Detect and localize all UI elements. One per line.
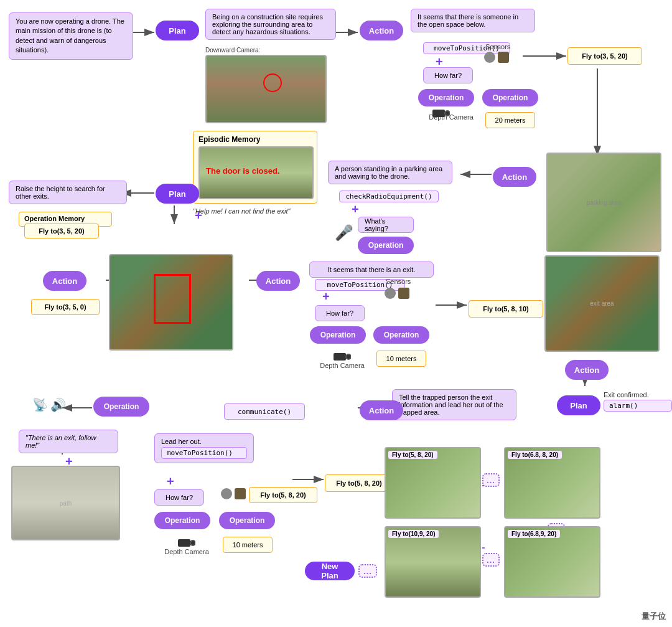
sensor-icon-2 bbox=[498, 52, 509, 63]
operation5-button[interactable]: Operation bbox=[373, 326, 429, 344]
fly1: Fly to(3, 5, 20) bbox=[567, 47, 642, 65]
plus7: + bbox=[167, 474, 174, 489]
aerial-image2 bbox=[109, 254, 233, 351]
communicate-code: communicate() bbox=[224, 403, 305, 420]
watermark: 量子位 bbox=[642, 611, 666, 622]
move-to-position3: moveToPosition() bbox=[161, 447, 247, 459]
fly5-image1: Fly to(5, 8, 20) bbox=[385, 447, 481, 519]
operation-memory-section: Operation Memory Fly to(3, 5, 20) bbox=[19, 212, 112, 227]
fly5-label1: Fly to(5, 8, 20) bbox=[388, 451, 437, 459]
episodic-memory-section: Episodic Memory The door is closed. "Hel… bbox=[193, 131, 317, 215]
intro-text: You are now operating a drone. The main … bbox=[16, 17, 126, 55]
svg-point-26 bbox=[347, 355, 350, 359]
operation1-button[interactable]: Operation bbox=[418, 89, 474, 106]
action4-button[interactable]: Action bbox=[256, 271, 300, 291]
dots2[interactable]: ... bbox=[482, 553, 500, 567]
plan1-button[interactable]: Plan bbox=[156, 21, 199, 40]
sensor-icons1 bbox=[484, 52, 509, 63]
action1-button[interactable]: Action bbox=[360, 21, 403, 40]
whats-saying: What's saying? bbox=[358, 217, 414, 233]
operation7-button[interactable]: Operation bbox=[154, 512, 210, 529]
svg-point-29 bbox=[191, 541, 195, 545]
action2-button[interactable]: Action bbox=[493, 167, 536, 187]
depth-camera3-label: Depth Camera bbox=[159, 548, 215, 555]
svg-rect-21 bbox=[432, 110, 445, 117]
plan2-button[interactable]: Plan bbox=[156, 184, 199, 204]
fly5: Fly to(5, 8, 20) bbox=[325, 474, 393, 492]
sensors-label2: Sensors bbox=[386, 277, 411, 286]
fly2: Fly to(3, 5, 0) bbox=[31, 299, 100, 315]
meters-10b: 10 meters bbox=[223, 537, 273, 553]
aerial-image4: path bbox=[11, 466, 120, 540]
plus4: + bbox=[352, 202, 359, 217]
meters-20: 20 meters bbox=[485, 112, 535, 128]
depth-camera1: Depth Camera bbox=[423, 113, 479, 121]
wifi-icon: 📡 bbox=[32, 397, 48, 412]
episodic-memory-label: Episodic Memory bbox=[198, 135, 312, 144]
dots1[interactable]: ... bbox=[482, 473, 500, 487]
exit-confirmed-section: Exit confirmed. alarm() bbox=[604, 391, 672, 412]
alarm-code: alarm() bbox=[604, 400, 672, 412]
sensor-icon-1 bbox=[484, 52, 495, 63]
how-far1: How far? bbox=[423, 67, 473, 83]
fly-memory: Fly to(3, 5, 20) bbox=[24, 224, 99, 238]
fly7-label: Fly to(10,9, 20) bbox=[388, 530, 439, 538]
check-radio: checkRadioEquipment() bbox=[339, 191, 439, 202]
meters-10: 10 meters bbox=[376, 351, 426, 367]
how-far3: How far? bbox=[154, 489, 204, 506]
exit-quote: "There is an exit, follow me!" bbox=[19, 430, 118, 453]
plus5: + bbox=[322, 290, 330, 304]
depth-camera3: Depth Camera bbox=[159, 537, 215, 555]
help-text: "Help me! I can not find the exit" bbox=[193, 207, 317, 215]
depth-camera2: Depth Camera bbox=[314, 351, 370, 369]
exit-desc: It seems that there is an exit. bbox=[309, 262, 434, 278]
operation8-button[interactable]: Operation bbox=[219, 512, 275, 529]
action5-button[interactable]: Action bbox=[565, 360, 609, 380]
sensors-label1: Sensors bbox=[485, 42, 510, 51]
sensor-icon-4 bbox=[398, 288, 409, 299]
mic-icon: 🎤 bbox=[335, 224, 353, 242]
action6-button[interactable]: Action bbox=[360, 400, 403, 420]
fly6-label: Fly to(6.8, 8, 20) bbox=[508, 451, 562, 459]
plan3-button[interactable]: Plan bbox=[557, 395, 600, 415]
intro-text-box: You are now operating a drone. The main … bbox=[9, 12, 133, 60]
sensor-icons2 bbox=[385, 288, 409, 299]
construction-image bbox=[205, 55, 327, 123]
fly3: Fly to(5, 8, 10) bbox=[469, 300, 543, 318]
dots4[interactable]: ... bbox=[358, 564, 377, 578]
person-desc: A person standing in a parking area and … bbox=[328, 161, 452, 184]
operation3-button[interactable]: Operation bbox=[358, 237, 414, 254]
new-plan-section: New Plan ... bbox=[305, 562, 377, 580]
sensor-icon-6 bbox=[235, 488, 246, 499]
aerial-image3: exit area bbox=[544, 255, 660, 352]
operation2-button[interactable]: Operation bbox=[482, 89, 538, 106]
operation-memory-label: Operation Memory bbox=[24, 215, 106, 222]
parking-image: parking area bbox=[546, 153, 661, 252]
tell-desc: Tell the trapped person the exit informa… bbox=[392, 389, 516, 420]
svg-rect-24 bbox=[334, 353, 346, 361]
action3-button[interactable]: Action bbox=[43, 271, 86, 291]
plan2-desc: Raise the height to search for other exi… bbox=[9, 181, 127, 204]
downward-camera-label: Downward Camera: bbox=[205, 47, 260, 54]
how-far2: How far? bbox=[315, 305, 365, 321]
fly7-image: Fly to(10,9, 20) bbox=[385, 526, 481, 598]
action1-desc: It seems that there is someone in the op… bbox=[411, 9, 535, 32]
sensor-icon-5 bbox=[221, 488, 232, 499]
diagram-container: You are now operating a drone. The main … bbox=[0, 0, 672, 627]
radio-icons: 📡 🔊 bbox=[32, 397, 66, 412]
plus3: + bbox=[195, 209, 202, 223]
depth-camera2-label: Depth Camera bbox=[314, 362, 370, 369]
lead-out-section: Lead her out. moveToPosition() bbox=[154, 433, 254, 463]
lead-her-out-text: Lead her out. moveToPosition() bbox=[154, 433, 254, 463]
downward-camera-section: Downward Camera: bbox=[205, 47, 327, 123]
fly4: Fly to(5, 8, 20) bbox=[249, 487, 317, 503]
operation6-button[interactable]: Operation bbox=[93, 397, 149, 417]
fly8-image: Fly to(6.8,9, 20) bbox=[504, 526, 600, 598]
fly6-image: Fly to(6.8, 8, 20) bbox=[504, 447, 600, 519]
plan1-desc: Being on a construction site requires ex… bbox=[205, 9, 336, 40]
operation4-button[interactable]: Operation bbox=[310, 326, 366, 344]
sensor-icons3 bbox=[221, 488, 246, 499]
depth-camera-icon1 bbox=[432, 107, 450, 120]
speaker-icon: 🔊 bbox=[50, 397, 66, 412]
new-plan-button[interactable]: New Plan bbox=[305, 562, 355, 580]
